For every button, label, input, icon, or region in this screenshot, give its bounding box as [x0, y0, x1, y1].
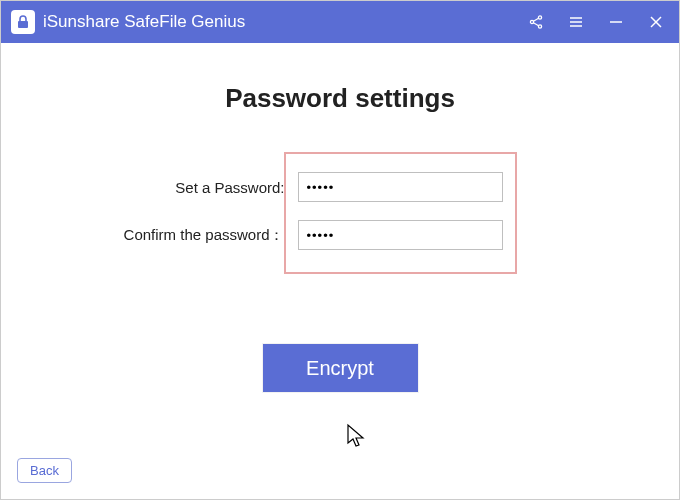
app-title: iSunshare SafeFile Genius [43, 12, 527, 32]
page-title: Password settings [41, 83, 639, 114]
confirm-password-label: Confirm the password： [85, 226, 285, 245]
svg-point-3 [538, 25, 541, 28]
confirm-password-input[interactable] [298, 220, 503, 250]
svg-point-2 [530, 20, 533, 23]
set-password-input[interactable] [298, 172, 503, 202]
encrypt-button[interactable]: Encrypt [263, 344, 418, 392]
minimize-icon[interactable] [607, 13, 625, 31]
action-area: Encrypt [41, 274, 639, 392]
confirm-password-row: Confirm the password： [298, 220, 503, 250]
svg-line-5 [533, 23, 538, 26]
titlebar-actions [527, 13, 665, 31]
menu-icon[interactable] [567, 13, 585, 31]
set-password-label: Set a Password: [85, 179, 285, 196]
set-password-row: Set a Password: [298, 172, 503, 202]
svg-rect-0 [18, 21, 28, 28]
password-form-highlight: Set a Password: Confirm the password： [284, 152, 517, 274]
close-icon[interactable] [647, 13, 665, 31]
share-icon[interactable] [527, 13, 545, 31]
titlebar: iSunshare SafeFile Genius [1, 1, 679, 43]
content-area: Password settings Set a Password: Confir… [1, 43, 679, 499]
cursor-icon [346, 423, 368, 449]
svg-point-1 [538, 16, 541, 19]
app-lock-icon [11, 10, 35, 34]
svg-line-4 [533, 18, 538, 21]
back-button[interactable]: Back [17, 458, 72, 483]
